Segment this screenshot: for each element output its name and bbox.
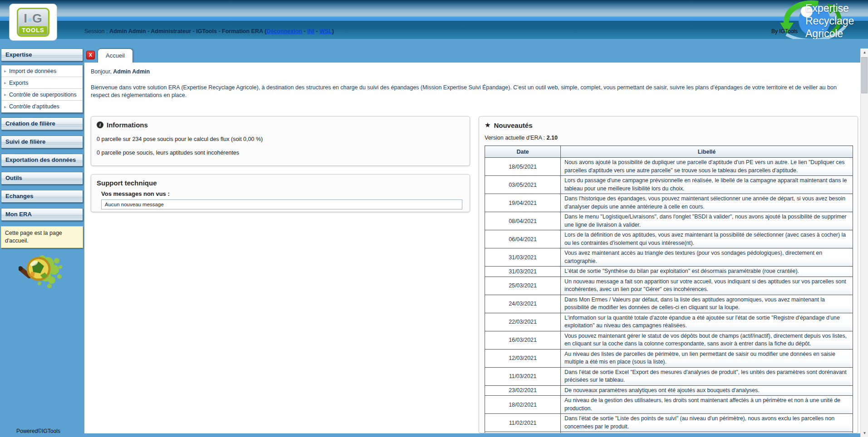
news-date: 31/03/2021 — [485, 267, 561, 277]
tab-accueil[interactable]: Accueil — [98, 49, 133, 63]
news-date: 24/03/2021 — [485, 295, 561, 313]
expand-icon: ▸ — [4, 80, 6, 85]
news-label: De nouveaux paramètres analytiques ont é… — [561, 385, 853, 396]
info-icon: i — [97, 121, 103, 128]
expand-icon: ▸ — [4, 104, 6, 109]
logo-letter-i: I — [24, 11, 28, 25]
session-context: Admin Admin - Administrateur - IGTools -… — [109, 28, 266, 34]
news-date: 08/04/2021 — [485, 212, 561, 230]
news-row: 06/04/2021Lors de la définition de vos a… — [485, 230, 853, 248]
info-title-label: Informations — [107, 121, 148, 129]
sidebar-item-label: Exports — [9, 80, 28, 86]
sidebar-item-label: Contrôle de superpositions — [9, 92, 77, 98]
news-date: 11/02/2021 — [485, 414, 561, 432]
page-content: Bonjour, Admin Admin Bienvenue dans votr… — [84, 63, 860, 433]
news-date: 25/03/2021 — [485, 277, 561, 295]
news-label: Dans la liste des parcelles de périmètre… — [561, 432, 853, 434]
magnifier-splat-icon — [19, 252, 66, 293]
news-label: Dans l'historique des épandages, vous po… — [561, 194, 853, 212]
news-row: 24/03/2021Dans Mon Ermes / Valeurs par d… — [485, 295, 853, 313]
magnifier-illustration — [0, 252, 84, 295]
ini-link[interactable]: INI — [307, 28, 314, 34]
news-label: Un nouveau message a fait son apparition… — [561, 277, 853, 295]
sidebar-item-label: Contrôle d'aptitudes — [9, 103, 59, 110]
support-panel: Support technique Vos messages non vus :… — [91, 174, 470, 212]
home-page-note: Cette page est la page d'accueil. — [1, 226, 83, 248]
scroll-up-button[interactable]: ▲ — [861, 49, 868, 56]
byline: By IGTools — [771, 28, 798, 34]
news-row: 16/03/2021Vous pouvez maintenant gérer l… — [485, 331, 853, 349]
news-row: 22/03/2021L'information sur la quantité … — [485, 313, 853, 331]
igtools-badge: IG TOOLS — [17, 8, 49, 37]
greeting: Bonjour, Admin Admin — [84, 63, 860, 75]
news-label: Lors de la définition de vos aptitudes, … — [561, 230, 853, 248]
news-date: 23/02/2021 — [485, 385, 561, 396]
link-separator: - — [302, 28, 307, 34]
news-table-body: 18/05/2021Nous avons ajouté la possibili… — [485, 158, 853, 434]
news-date: 31/03/2021 — [485, 248, 561, 267]
news-label: Dans Mon Ermes / Valeurs par défaut, dan… — [561, 295, 853, 313]
news-table: Date Libellé 18/05/2021Nous avons ajouté… — [485, 146, 853, 433]
sidebar-section-header[interactable]: Echanges — [1, 190, 83, 203]
sidebar-item[interactable]: ▸Exports — [1, 77, 83, 89]
sidebar-section-header[interactable]: Exportation des données — [1, 154, 83, 166]
news-label: Vous avez maintenant accès au triangle d… — [561, 248, 853, 267]
news-label: L'information sur la quantité totale d'a… — [561, 313, 853, 331]
news-label: Dans le menu "Logistique/Livraisons", da… — [561, 212, 853, 230]
link-separator: - — [314, 28, 319, 34]
igtools-logo: IG TOOLS — [9, 4, 57, 41]
news-label: Nous avons ajouté la possibilité de dupl… — [561, 158, 853, 176]
wsl-link[interactable]: WSL — [319, 28, 332, 34]
news-row: 23/02/2021De nouveaux paramètres analyti… — [485, 385, 853, 396]
scroll-down-button[interactable]: ▼ — [861, 429, 868, 437]
news-date: 06/04/2021 — [485, 230, 561, 248]
version-value: 2.10 — [547, 135, 558, 141]
news-row: 08/04/2021Dans le menu "Logistique/Livra… — [485, 212, 853, 230]
sidebar-section-header[interactable]: Mon ERA — [1, 208, 83, 221]
news-col-libelle: Libellé — [561, 146, 853, 158]
news-label: Au niveau de la gestion des utilisateurs… — [561, 396, 853, 414]
news-date: 18/05/2021 — [485, 158, 561, 176]
tab-strip: X Accueil — [84, 39, 860, 63]
version-line: Version actuelle d'ERA : 2.10 — [485, 135, 852, 141]
news-title-label: Nouveautés — [494, 121, 532, 129]
sidebar-item[interactable]: ▸Contrôle de superpositions — [1, 89, 83, 101]
era-title-line: Agricole — [805, 27, 854, 40]
session-label: Session : — [84, 28, 109, 34]
news-row: 31/03/2021Vous avez maintenant accès au … — [485, 248, 853, 267]
sidebar-item[interactable]: ▸Contrôle d'aptitudes — [1, 101, 83, 112]
close-tab-button[interactable]: X — [86, 51, 95, 59]
news-col-date: Date — [485, 146, 561, 158]
support-title-label: Support technique — [97, 179, 157, 187]
main-area: X Accueil Bonjour, Admin Admin Bienvenue… — [84, 39, 860, 437]
expand-icon: ▸ — [4, 92, 6, 97]
logo-letter-g: G — [32, 11, 43, 25]
session-suffix: ) — [332, 28, 334, 34]
greeting-name: Admin Admin — [113, 68, 150, 75]
news-row: 19/04/2021Dans l'historique des épandage… — [485, 194, 853, 212]
sidebar: Expertise▸Import de données▸Exports▸Cont… — [0, 39, 84, 437]
messages-box: Aucun nouveau message — [101, 199, 462, 209]
news-label: Au niveau des listes de parcelles de pér… — [561, 349, 853, 367]
era-logo: Expertise Recyclage Agricole — [773, 0, 863, 45]
sidebar-section-header[interactable]: Expertise — [1, 49, 83, 61]
igtools-letters: IG — [18, 12, 48, 25]
sidebar-menu: Expertise▸Import de données▸Exports▸Cont… — [0, 49, 84, 221]
sidebar-section-header[interactable]: Outils — [1, 172, 83, 185]
logout-link[interactable]: Déconnexion — [266, 28, 302, 34]
session-bar: Session : Admin Admin - Administrateur -… — [84, 28, 334, 34]
sidebar-section-header[interactable]: Suivi de filière — [1, 136, 83, 148]
news-label: Dans l'état de sortie "Liste des points … — [561, 414, 853, 432]
news-date: 03/05/2021 — [485, 176, 561, 194]
sidebar-item[interactable]: ▸Import de données — [1, 65, 83, 77]
news-row: 11/03/2021Dans l'état de sortie Excel "E… — [485, 367, 853, 385]
scrollbar-thumb[interactable] — [861, 57, 868, 93]
logo-tools-label: TOOLS — [19, 26, 47, 34]
messages-label: Vos messages non vus : — [101, 190, 464, 197]
sidebar-section-header[interactable]: Création de filière — [1, 117, 83, 130]
news-date: 11/03/2021 — [485, 367, 561, 385]
news-date: 18/02/2021 — [485, 396, 561, 414]
news-header-row: Date Libellé — [485, 146, 853, 158]
vertical-scrollbar[interactable]: ▲ ▼ — [860, 49, 868, 437]
greeting-label: Bonjour, — [91, 68, 113, 75]
